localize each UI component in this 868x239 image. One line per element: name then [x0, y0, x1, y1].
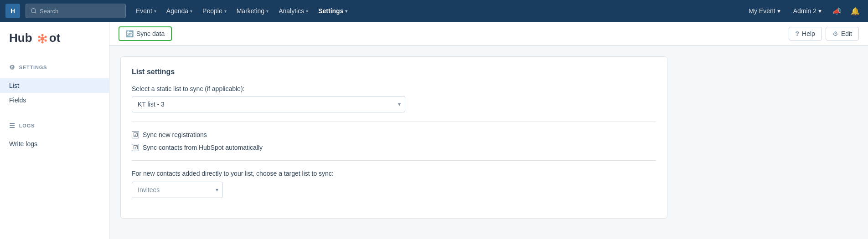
main-content: 🔄 Sync data ? Help ⚙ Edit List settings	[109, 22, 868, 239]
svg-point-6	[41, 41, 43, 44]
target-list-group: For new contacts added directly to your …	[132, 170, 656, 198]
toolbar-left: 🔄 Sync data	[119, 26, 172, 41]
settings-grid-icon: ⚙	[9, 64, 16, 71]
hubspot-logo: Hub ot	[9, 31, 60, 46]
chevron-down-icon: ▾	[224, 9, 227, 14]
sync-new-registrations-item[interactable]: ☑ Sync new registrations	[132, 131, 656, 138]
question-circle-icon: ?	[796, 30, 800, 37]
sidebar-item-write-logs[interactable]: Write logs	[0, 137, 109, 151]
sync-new-registrations-label: Sync new registrations	[143, 131, 207, 138]
my-event-label: My Event	[749, 7, 775, 15]
target-list-select[interactable]: Invitees Attendees Speakers	[132, 182, 223, 198]
announcement-icon: 📣	[832, 7, 842, 15]
toolbar-right: ? Help ⚙ Edit	[789, 27, 859, 41]
sync-contacts-checkbox[interactable]: ☑	[132, 144, 139, 151]
admin-button[interactable]: Admin 2 ▾	[789, 5, 826, 16]
nav-agenda-label: Agenda	[166, 7, 188, 15]
gear-icon: ⚙	[832, 30, 838, 37]
svg-point-0	[31, 9, 36, 13]
svg-line-11	[44, 40, 45, 40]
static-list-group: Select a static list to sync (if applica…	[132, 85, 656, 112]
sync-contacts-label: Sync contacts from HubSpot automatically	[143, 144, 263, 151]
svg-line-13	[40, 40, 41, 40]
sync-data-button[interactable]: 🔄 Sync data	[119, 26, 172, 41]
chevron-down-icon: ▾	[266, 9, 269, 14]
sync-contacts-item[interactable]: ☑ Sync contacts from HubSpot automatical…	[132, 144, 656, 151]
list-settings-card: List settings Select a static list to sy…	[120, 56, 667, 219]
nav-settings-label: Settings	[318, 7, 343, 15]
nav-item-agenda[interactable]: Agenda ▾	[162, 5, 197, 17]
svg-line-10	[44, 37, 45, 38]
divider	[132, 122, 656, 122]
static-list-label: Select a static list to sync (if applica…	[132, 85, 656, 92]
search-placeholder: Search	[40, 8, 58, 15]
search-box[interactable]: Search	[26, 4, 126, 18]
sidebar-logs-section: ☰ LOGS	[0, 115, 109, 137]
nav-item-people[interactable]: People ▾	[198, 5, 231, 17]
app-logo-button[interactable]: H	[5, 4, 20, 18]
svg-point-3	[41, 34, 43, 36]
card-title: List settings	[132, 68, 656, 76]
toolbar: 🔄 Sync data ? Help ⚙ Edit	[109, 22, 868, 46]
announcement-button[interactable]: 📣	[830, 4, 844, 18]
logs-table-icon: ☰	[9, 122, 16, 129]
sync-new-registrations-checkbox[interactable]: ☑	[132, 131, 139, 138]
app-layout: Hub ot	[0, 22, 868, 239]
nav-item-settings[interactable]: Settings ▾	[314, 5, 352, 17]
chevron-down-icon: ▾	[154, 9, 156, 14]
sidebar-item-list[interactable]: List	[0, 78, 109, 93]
help-button[interactable]: ? Help	[789, 27, 822, 41]
nav-items: Event ▾ Agenda ▾ People ▾ Marketing ▾ An…	[131, 5, 742, 17]
chevron-down-icon: ▾	[777, 7, 780, 15]
sync-data-label: Sync data	[136, 30, 165, 37]
chevron-down-icon: ▾	[190, 9, 192, 14]
divider-2	[132, 160, 656, 161]
sidebar: Hub ot	[0, 22, 109, 239]
help-label: Help	[802, 30, 815, 37]
nav-right-area: My Event ▾ Admin 2 ▾ 📣 🔔	[744, 4, 863, 18]
hubspot-sprocket-icon	[36, 32, 49, 46]
nav-item-analytics[interactable]: Analytics ▾	[274, 5, 313, 17]
nav-marketing-label: Marketing	[237, 7, 264, 15]
nav-event-label: Event	[136, 7, 152, 15]
sync-icon: 🔄	[126, 30, 134, 37]
sidebar-settings-section: ⚙ SETTINGS	[0, 56, 109, 78]
chevron-down-icon: ▾	[818, 7, 822, 15]
target-list-select-wrapper: Invitees Attendees Speakers ▾	[132, 182, 223, 198]
target-list-label: For new contacts added directly to your …	[132, 170, 656, 177]
edit-button[interactable]: ⚙ Edit	[826, 27, 859, 41]
nav-item-marketing[interactable]: Marketing ▾	[232, 5, 273, 17]
nav-people-label: People	[202, 7, 222, 15]
nav-analytics-label: Analytics	[279, 7, 304, 15]
svg-point-2	[41, 37, 44, 41]
chevron-down-icon: ▾	[306, 9, 308, 14]
my-event-button[interactable]: My Event ▾	[744, 5, 785, 16]
static-list-select-wrapper: KT list - 3 ▾	[132, 96, 405, 112]
checkbox-group: ☑ Sync new registrations ☑ Sync contacts…	[132, 131, 656, 151]
bell-icon: 🔔	[851, 7, 860, 15]
static-list-select[interactable]: KT list - 3	[132, 96, 405, 112]
admin-label: Admin 2	[793, 7, 816, 15]
page-content: List settings Select a static list to sy…	[109, 46, 868, 239]
svg-line-1	[35, 12, 36, 14]
sidebar-settings-title: ⚙ SETTINGS	[9, 64, 100, 71]
nav-item-event[interactable]: Event ▾	[131, 5, 161, 17]
sidebar-item-fields[interactable]: Fields	[0, 93, 109, 107]
svg-line-14	[40, 37, 41, 38]
sidebar-logs-title: ☰ LOGS	[9, 122, 100, 129]
edit-label: Edit	[841, 30, 852, 37]
notification-button[interactable]: 🔔	[848, 4, 863, 18]
top-navigation: H Search Event ▾ Agenda ▾ People ▾ Marke…	[0, 0, 868, 22]
sidebar-logo: Hub ot	[0, 31, 109, 56]
logo-icon: H	[10, 7, 15, 15]
search-icon	[31, 8, 37, 14]
chevron-down-icon: ▾	[345, 9, 347, 14]
